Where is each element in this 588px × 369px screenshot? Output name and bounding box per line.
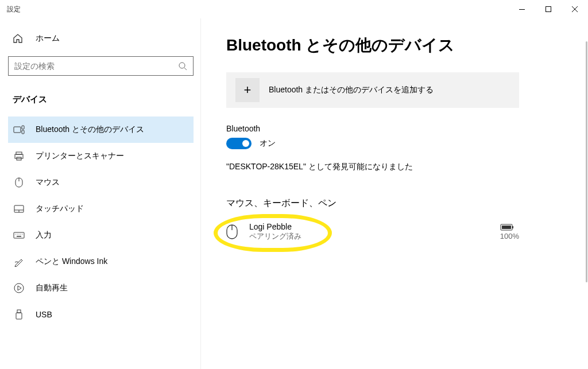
sidebar-item-label: マウス bbox=[36, 177, 60, 188]
svg-point-19 bbox=[22, 234, 22, 234]
svg-rect-5 bbox=[22, 130, 24, 134]
search-box[interactable] bbox=[8, 56, 194, 76]
maximize-button[interactable] bbox=[535, 0, 562, 18]
svg-rect-22 bbox=[17, 310, 21, 313]
device-category-label: マウス、キーボード、ペン bbox=[226, 197, 563, 209]
battery-info: 100% bbox=[500, 224, 519, 240]
sidebar-item-bluetooth[interactable]: Bluetooth とその他のデバイス bbox=[8, 116, 194, 143]
device-name: Logi Pebble bbox=[249, 222, 500, 231]
sidebar-item-label: 入力 bbox=[36, 230, 52, 240]
device-info: Logi Pebble ペアリング済み bbox=[249, 222, 500, 242]
sidebar-item-label: ペンと Windows Ink bbox=[36, 257, 107, 267]
device-status: ペアリング済み bbox=[249, 231, 500, 242]
scrollbar-thumb[interactable] bbox=[586, 41, 587, 282]
svg-point-2 bbox=[179, 63, 185, 68]
bluetooth-devices-icon bbox=[13, 125, 25, 134]
svg-rect-28 bbox=[512, 226, 513, 228]
battery-icon bbox=[500, 224, 519, 231]
bluetooth-toggle[interactable] bbox=[226, 138, 252, 149]
svg-rect-14 bbox=[14, 232, 24, 238]
autoplay-icon bbox=[13, 283, 25, 293]
svg-point-21 bbox=[14, 283, 24, 293]
sidebar-item-label: USB bbox=[36, 310, 52, 319]
add-device-label: Bluetooth またはその他のデバイスを追加する bbox=[269, 85, 434, 95]
sidebar-item-label: 自動再生 bbox=[36, 283, 68, 293]
svg-rect-6 bbox=[16, 152, 22, 154]
bluetooth-state: オン bbox=[260, 138, 276, 149]
main-content: Bluetooth とその他のデバイス + Bluetooth またはその他のデ… bbox=[201, 18, 588, 369]
svg-point-15 bbox=[15, 234, 16, 234]
touchpad-icon bbox=[13, 205, 25, 213]
sidebar-item-touchpad[interactable]: タッチパッド bbox=[8, 196, 194, 222]
battery-percent: 100% bbox=[500, 232, 519, 240]
search-input[interactable] bbox=[14, 61, 179, 71]
maximize-icon bbox=[546, 6, 551, 12]
sidebar: ホーム デバイス Bluetooth とその他のデバイス プリンターとスキャナー bbox=[0, 18, 201, 369]
svg-rect-4 bbox=[22, 126, 24, 129]
search-icon bbox=[179, 62, 187, 71]
svg-point-18 bbox=[20, 234, 21, 234]
pen-icon bbox=[13, 257, 25, 267]
mouse-icon bbox=[226, 224, 240, 239]
usb-icon bbox=[13, 309, 25, 320]
plus-icon: + bbox=[235, 78, 260, 102]
sidebar-item-pen[interactable]: ペンと Windows Ink bbox=[8, 248, 194, 275]
sidebar-item-typing[interactable]: 入力 bbox=[8, 222, 194, 248]
scrollbar[interactable] bbox=[586, 41, 587, 363]
svg-rect-20 bbox=[17, 236, 21, 237]
sidebar-item-label: タッチパッド bbox=[36, 204, 84, 214]
svg-rect-27 bbox=[502, 226, 511, 229]
discoverable-text: "DESKTOP-28K15EL" として発見可能になりました bbox=[226, 162, 563, 172]
mouse-icon bbox=[13, 177, 25, 188]
svg-rect-3 bbox=[14, 127, 21, 133]
sidebar-item-mouse[interactable]: マウス bbox=[8, 169, 194, 196]
bluetooth-toggle-row: オン bbox=[226, 138, 563, 149]
sidebar-item-label: プリンターとスキャナー bbox=[36, 151, 124, 161]
sidebar-item-autoplay[interactable]: 自動再生 bbox=[8, 275, 194, 301]
device-row[interactable]: Logi Pebble ペアリング済み 100% bbox=[226, 220, 519, 244]
sidebar-item-usb[interactable]: USB bbox=[8, 301, 194, 328]
minimize-button[interactable] bbox=[509, 0, 535, 18]
svg-rect-23 bbox=[16, 313, 22, 319]
close-icon bbox=[572, 6, 578, 12]
page-title: Bluetooth とその他のデバイス bbox=[226, 34, 563, 56]
home-label: ホーム bbox=[36, 33, 60, 44]
svg-rect-1 bbox=[546, 7, 551, 12]
sidebar-item-printers[interactable]: プリンターとスキャナー bbox=[8, 143, 194, 169]
home-icon bbox=[13, 33, 25, 44]
svg-rect-7 bbox=[15, 154, 23, 158]
printer-icon bbox=[13, 151, 25, 161]
svg-rect-0 bbox=[519, 9, 525, 10]
svg-point-17 bbox=[18, 234, 19, 234]
sidebar-category: デバイス bbox=[8, 90, 194, 110]
window-title: 設定 bbox=[7, 5, 21, 14]
sidebar-item-label: Bluetooth とその他のデバイス bbox=[36, 125, 144, 135]
home-button[interactable]: ホーム bbox=[8, 26, 194, 51]
svg-point-16 bbox=[17, 234, 17, 234]
titlebar-controls bbox=[509, 0, 588, 18]
minimize-icon bbox=[519, 9, 525, 10]
bluetooth-label: Bluetooth bbox=[226, 124, 563, 133]
add-device-button[interactable]: + Bluetooth またはその他のデバイスを追加する bbox=[226, 72, 519, 108]
titlebar: 設定 bbox=[0, 0, 588, 18]
close-button[interactable] bbox=[562, 0, 588, 18]
keyboard-icon bbox=[13, 232, 25, 239]
